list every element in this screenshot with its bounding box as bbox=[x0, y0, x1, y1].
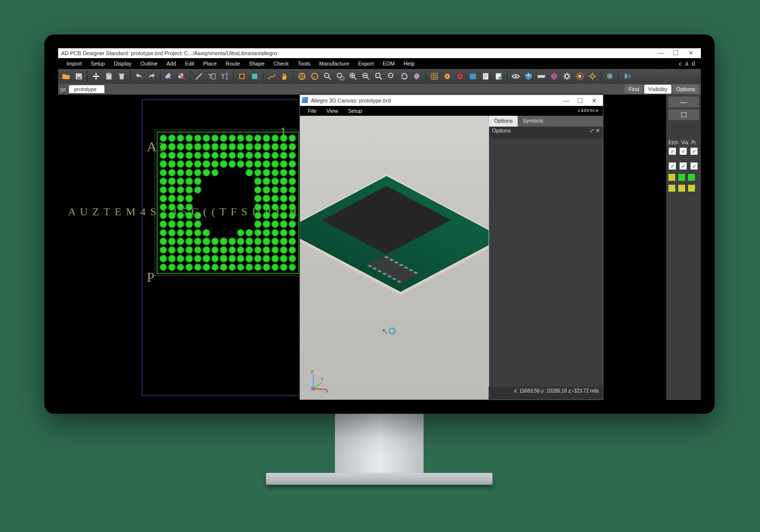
3d-minimize-button[interactable]: — bbox=[560, 97, 573, 104]
menu-add[interactable]: Add bbox=[162, 61, 181, 66]
panel-options-button[interactable]: Options bbox=[672, 85, 699, 94]
chip-icon[interactable] bbox=[249, 70, 261, 82]
line-icon[interactable] bbox=[193, 70, 205, 82]
swatch-1c[interactable] bbox=[688, 174, 695, 181]
zoom-fit-icon[interactable] bbox=[373, 70, 385, 82]
menu-shape[interactable]: Shape bbox=[244, 61, 269, 66]
3d-viewport[interactable]: Z Y X bbox=[300, 116, 489, 399]
menu-display[interactable]: Display bbox=[109, 61, 136, 66]
swatch-1a[interactable] bbox=[668, 174, 675, 181]
paste-icon[interactable] bbox=[103, 70, 115, 82]
panel-visibility-button[interactable]: Visibility bbox=[644, 85, 672, 94]
route-icon[interactable] bbox=[266, 70, 278, 82]
zoom-in-icon[interactable] bbox=[322, 70, 333, 82]
checkbox-pin-top[interactable]: ✓ bbox=[690, 162, 698, 170]
dock-minimize-button[interactable]: — bbox=[668, 97, 699, 107]
book-icon[interactable] bbox=[467, 70, 479, 82]
dock-restore-button[interactable]: ☐ bbox=[668, 109, 699, 120]
checkbox-via-top[interactable]: ✓ bbox=[679, 162, 687, 170]
menu-tools[interactable]: Tools bbox=[293, 61, 315, 66]
component-icon[interactable] bbox=[236, 70, 248, 82]
swatch-2c[interactable] bbox=[688, 185, 695, 192]
menu-import[interactable]: Import bbox=[62, 61, 86, 66]
sun-icon[interactable] bbox=[574, 70, 586, 82]
report2-icon[interactable] bbox=[493, 70, 504, 82]
menu-manufacture[interactable]: Manufacture bbox=[315, 61, 354, 66]
zoom-minus-icon[interactable] bbox=[360, 70, 372, 82]
bga-ball bbox=[160, 134, 167, 142]
swatch-2b[interactable] bbox=[678, 185, 685, 192]
menu-setup[interactable]: Setup bbox=[86, 61, 109, 66]
svg-point-31 bbox=[591, 74, 594, 78]
3d-canvas-window[interactable]: Allegro 3D Canvas: prototype.brd — ☐ ✕ F… bbox=[299, 95, 603, 400]
bga-footprint[interactable] bbox=[157, 132, 299, 274]
bga-ball bbox=[185, 212, 193, 219]
menu-help[interactable]: Help bbox=[399, 61, 419, 66]
palette-icon[interactable] bbox=[411, 70, 423, 82]
checkbox-etch-top[interactable]: ✓ bbox=[668, 162, 676, 170]
swatch-1b[interactable] bbox=[678, 174, 685, 181]
sun2-icon[interactable] bbox=[587, 70, 598, 82]
close-button[interactable]: ✕ bbox=[683, 48, 698, 58]
gear-icon[interactable] bbox=[561, 70, 573, 82]
refresh-icon[interactable] bbox=[398, 70, 410, 82]
redo-icon[interactable] bbox=[146, 70, 158, 82]
play-icon[interactable] bbox=[621, 70, 633, 82]
tab-prototype[interactable]: prototype bbox=[69, 85, 104, 93]
undo-icon[interactable] bbox=[133, 70, 145, 82]
bga-ball bbox=[237, 237, 244, 245]
zoom-world-icon[interactable] bbox=[296, 70, 308, 82]
swatch-2a[interactable] bbox=[668, 185, 675, 192]
checkbox-via-all[interactable]: ✓ bbox=[679, 147, 687, 155]
zoom-window-icon[interactable] bbox=[334, 70, 346, 82]
grid-icon[interactable] bbox=[429, 70, 440, 82]
menu-route[interactable]: Route bbox=[221, 61, 244, 66]
bga-ball bbox=[229, 134, 236, 142]
eye-icon[interactable] bbox=[510, 70, 522, 82]
zoom-plus-icon[interactable] bbox=[347, 70, 359, 82]
move-icon[interactable] bbox=[90, 70, 102, 82]
3dbox-icon[interactable] bbox=[548, 70, 560, 82]
3d-tab-options[interactable]: Options bbox=[489, 116, 518, 127]
iso-cube-icon[interactable] bbox=[604, 70, 616, 82]
bga-ball bbox=[289, 160, 296, 167]
3d-menu-file[interactable]: File bbox=[303, 108, 322, 114]
checkbox-pin-all[interactable]: ✓ bbox=[690, 147, 698, 155]
bga-ball bbox=[280, 212, 287, 219]
3d-menu-setup[interactable]: Setup bbox=[343, 108, 367, 114]
3d-menu-view[interactable]: View bbox=[322, 108, 343, 114]
axis-gizmo[interactable]: Z Y X bbox=[306, 369, 330, 395]
open-icon[interactable] bbox=[60, 70, 72, 82]
report-icon[interactable] bbox=[480, 70, 492, 82]
zoom-prev-icon[interactable] bbox=[386, 70, 397, 82]
menu-export[interactable]: Export bbox=[354, 61, 378, 66]
bga-ball bbox=[229, 195, 236, 202]
ruler-icon[interactable] bbox=[535, 70, 547, 82]
unpin-icon[interactable] bbox=[176, 70, 188, 82]
3d-titlebar[interactable]: Allegro 3D Canvas: prototype.brd — ☐ ✕ bbox=[300, 95, 603, 106]
save-icon[interactable] bbox=[73, 70, 85, 82]
pin-icon[interactable] bbox=[163, 70, 175, 82]
text-icon[interactable]: T bbox=[206, 70, 218, 82]
donut-icon[interactable] bbox=[441, 70, 453, 82]
hand-icon[interactable] bbox=[279, 70, 291, 82]
panel-find-button[interactable]: Find bbox=[625, 85, 643, 94]
3d-tab-symbols[interactable]: Symbols bbox=[518, 116, 548, 127]
maximize-button[interactable]: ☐ bbox=[668, 48, 683, 58]
bga-ball bbox=[220, 229, 227, 236]
trash-icon[interactable] bbox=[116, 70, 128, 82]
menu-check[interactable]: Check bbox=[269, 61, 293, 66]
3d-maximize-button[interactable]: ☐ bbox=[573, 97, 587, 104]
minimize-button[interactable]: — bbox=[654, 48, 668, 58]
menu-place[interactable]: Place bbox=[198, 61, 221, 66]
3d-panel-controls[interactable]: ⤢ ✕ bbox=[590, 128, 600, 137]
checkbox-etch-all[interactable]: ✓ bbox=[668, 147, 676, 155]
donut2-icon[interactable] bbox=[454, 70, 466, 82]
menu-edit[interactable]: Edit bbox=[180, 61, 198, 66]
dimension-icon[interactable]: T bbox=[219, 70, 231, 82]
cube-icon[interactable] bbox=[523, 70, 534, 82]
3d-close-button[interactable]: ✕ bbox=[587, 97, 601, 104]
menu-outline[interactable]: Outline bbox=[136, 61, 162, 66]
zoom-world-z-icon[interactable]: Z bbox=[309, 70, 321, 82]
menu-edm[interactable]: EDM bbox=[378, 61, 399, 66]
